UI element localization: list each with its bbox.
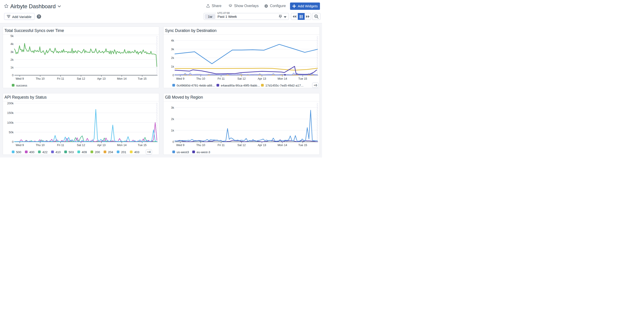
svg-text:200: 200 xyxy=(95,150,100,154)
svg-text:Thu 10: Thu 10 xyxy=(36,77,44,80)
svg-text:1k: 1k xyxy=(171,128,174,132)
svg-text:Thu 10: Thu 10 xyxy=(196,144,205,147)
svg-text:Fri 11: Fri 11 xyxy=(57,77,64,80)
svg-text:3k: 3k xyxy=(171,47,174,51)
svg-text:2k: 2k xyxy=(171,56,174,59)
svg-text:3k: 3k xyxy=(10,50,14,54)
svg-text:Sat 12: Sat 12 xyxy=(77,77,85,80)
svg-text:eu-west-3: eu-west-3 xyxy=(197,150,210,154)
svg-text:503: 503 xyxy=(68,150,74,154)
svg-text:us-west3: us-west3 xyxy=(177,150,189,154)
svg-text:Mon 14: Mon 14 xyxy=(278,144,287,147)
svg-text:200k: 200k xyxy=(7,101,14,105)
svg-text:0: 0 xyxy=(172,140,174,144)
svg-text:Tue 15: Tue 15 xyxy=(138,144,146,147)
svg-text:e4aea90a-90ca-49f5-9abb...: e4aea90a-90ca-49f5-9abb... xyxy=(221,84,260,87)
svg-text:410: 410 xyxy=(56,150,61,154)
svg-text:Mon 14: Mon 14 xyxy=(117,77,126,80)
svg-text:0: 0 xyxy=(12,73,14,77)
svg-text:100k: 100k xyxy=(7,121,14,124)
svg-text:400: 400 xyxy=(29,150,34,154)
svg-text:3k: 3k xyxy=(171,106,174,109)
svg-text:Tue 15: Tue 15 xyxy=(138,77,146,80)
svg-text:Sat 12: Sat 12 xyxy=(237,77,246,80)
svg-text:2k: 2k xyxy=(10,58,14,61)
svg-text:17d1455c-7ed5-49d2-a17...: 17d1455c-7ed5-49d2-a17... xyxy=(265,84,304,87)
svg-text:422: 422 xyxy=(42,150,48,154)
svg-text:?: ? xyxy=(38,15,40,18)
svg-text:Thu 10: Thu 10 xyxy=(36,144,44,147)
svg-text:0: 0 xyxy=(12,140,14,144)
svg-text:Mon 14: Mon 14 xyxy=(278,77,287,80)
svg-text:500: 500 xyxy=(16,150,22,154)
svg-text:0c49680d-4791-4ebb-a88...: 0c49680d-4791-4ebb-a88... xyxy=(177,84,215,87)
svg-text:Apr 13: Apr 13 xyxy=(258,144,266,147)
svg-text:5k: 5k xyxy=(10,34,14,38)
svg-text:0: 0 xyxy=(172,73,174,77)
svg-text:Tue 15: Tue 15 xyxy=(298,77,307,80)
svg-text:+6: +6 xyxy=(314,83,317,87)
svg-text:Tue 15: Tue 15 xyxy=(298,144,307,147)
svg-text:2k: 2k xyxy=(171,117,174,121)
svg-text:+4: +4 xyxy=(147,150,151,154)
svg-text:403: 403 xyxy=(134,150,140,154)
svg-text:Wed 9: Wed 9 xyxy=(16,77,24,80)
svg-text:1k: 1k xyxy=(10,66,14,69)
svg-text:Sat 12: Sat 12 xyxy=(77,144,85,147)
svg-text:1k: 1k xyxy=(171,65,174,68)
svg-text:50k: 50k xyxy=(9,130,14,134)
svg-text:Thu 10: Thu 10 xyxy=(196,77,205,80)
svg-text:Wed 9: Wed 9 xyxy=(176,144,184,147)
svg-text:Fri 11: Fri 11 xyxy=(57,144,64,147)
svg-text:204: 204 xyxy=(108,150,113,154)
svg-text:Fri 11: Fri 11 xyxy=(218,144,225,147)
svg-text:Mon 14: Mon 14 xyxy=(117,144,126,147)
svg-text:Fri 11: Fri 11 xyxy=(218,77,225,80)
svg-text:Apr 13: Apr 13 xyxy=(97,77,106,80)
svg-text:Wed 9: Wed 9 xyxy=(16,144,24,147)
svg-text:409: 409 xyxy=(82,150,87,154)
svg-text:success: success xyxy=(16,84,28,87)
svg-text:Apr 13: Apr 13 xyxy=(258,77,266,80)
svg-text:201: 201 xyxy=(121,150,126,154)
svg-text:4k: 4k xyxy=(171,39,174,42)
svg-text:150k: 150k xyxy=(7,111,14,115)
svg-text:4k: 4k xyxy=(10,42,14,46)
svg-text:Apr 13: Apr 13 xyxy=(97,144,106,147)
svg-text:Wed 9: Wed 9 xyxy=(176,77,184,80)
svg-text:Sat 12: Sat 12 xyxy=(237,144,246,147)
